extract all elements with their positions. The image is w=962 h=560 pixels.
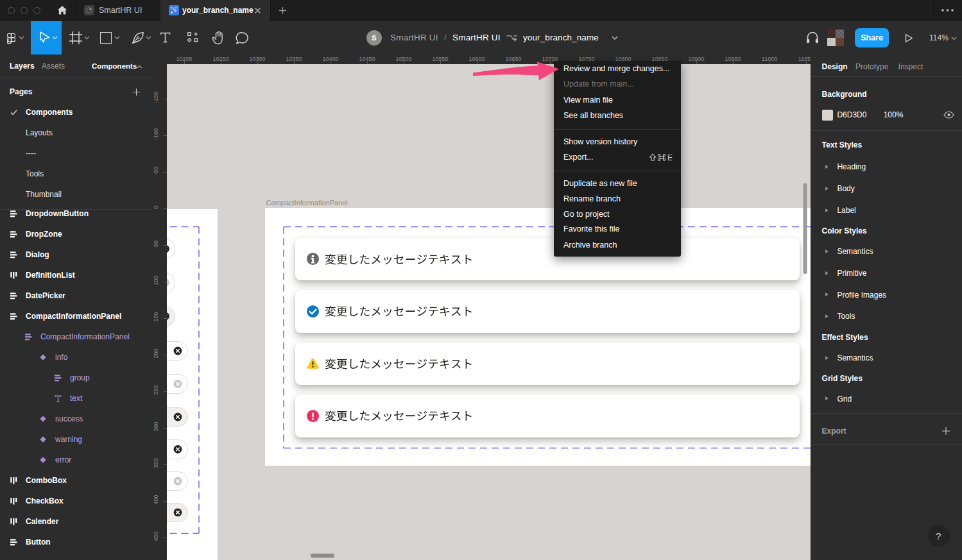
svg-text:E: E [667,153,673,162]
